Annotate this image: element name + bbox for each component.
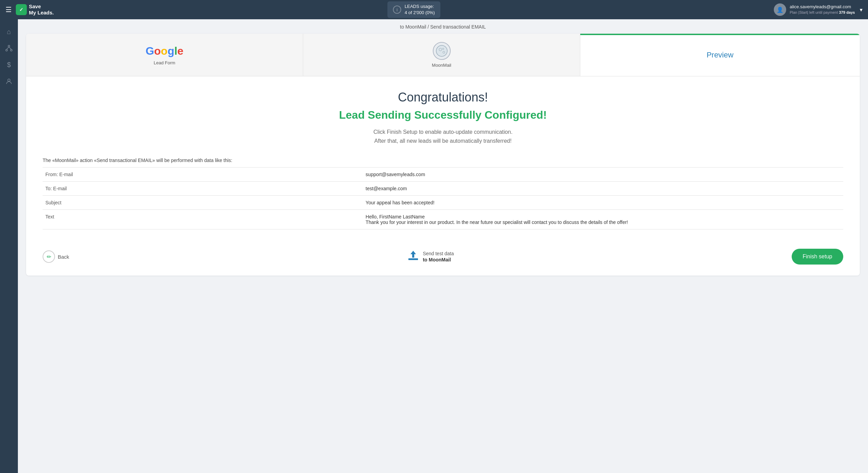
svg-point-5 (8, 79, 10, 82)
tab-preview[interactable]: Preview (580, 34, 860, 76)
leads-usage-text: LEADS usage: 4 of 2'000 (0%) (405, 3, 435, 16)
avatar: 👤 (774, 3, 786, 16)
send-test-label: Send test data to MoonMail (423, 250, 454, 263)
success-title: Lead Sending Successfully Configured! (43, 109, 843, 121)
plan-text: Plan |Start| left until payment 379 days (790, 10, 855, 15)
google-logo: Google (145, 45, 183, 57)
back-button[interactable]: ✏ Back (43, 250, 69, 263)
sidebar: ⌂ $ (0, 19, 18, 473)
hamburger-icon[interactable]: ☰ (6, 6, 12, 14)
congrats-title: Congratulations! (43, 90, 843, 105)
logo: ✓ Save My Leads. (16, 3, 54, 16)
tab-moonmail-label: MoonMail (432, 63, 451, 68)
chevron-down-icon: ▾ (860, 7, 862, 13)
send-test-button[interactable]: Send test data to MoonMail (407, 249, 454, 264)
table-row: From: E-mailsupport@savemyleads.com (43, 168, 843, 182)
wizard-card: Google Lead Form MoonMail Previ (26, 34, 860, 276)
content-area: Congratulations! Lead Sending Successful… (26, 76, 860, 276)
sidebar-item-home[interactable]: ⌂ (2, 25, 16, 39)
svg-rect-10 (408, 258, 418, 260)
logo-icon: ✓ (16, 4, 27, 15)
finish-setup-button[interactable]: Finish setup (792, 249, 843, 265)
actions-bar: ✏ Back Send test data to MoonMail (43, 243, 843, 265)
sidebar-item-connections[interactable] (2, 41, 16, 55)
svg-line-3 (7, 47, 9, 50)
preview-table: From: E-mailsupport@savemyleads.comTo: E… (43, 167, 843, 229)
table-field: Text (43, 210, 363, 229)
svg-line-4 (9, 47, 11, 50)
table-row: To: E-mailtest@example.com (43, 182, 843, 196)
table-value: support@savemyleads.com (363, 168, 843, 182)
table-row: SubjectYour appeal has been accepted! (43, 196, 843, 210)
tab-google[interactable]: Google Lead Form (26, 34, 303, 76)
table-value: Your appeal has been accepted! (363, 196, 843, 210)
table-field: To: E-mail (43, 182, 363, 196)
svg-point-2 (11, 50, 12, 51)
table-field: From: E-mail (43, 168, 363, 182)
table-field: Subject (43, 196, 363, 210)
user-info: alice.savemyleads@gmail.com Plan |Start|… (790, 4, 855, 15)
back-icon: ✏ (43, 250, 55, 263)
preview-label: Preview (706, 51, 733, 60)
info-icon: i (393, 6, 401, 14)
topbar: ☰ ✓ Save My Leads. i LEADS usage: 4 of 2… (0, 0, 868, 19)
wizard-tabs: Google Lead Form MoonMail Previ (26, 34, 860, 76)
success-subtitle: Click Finish Setup to enable auto-update… (43, 128, 843, 145)
back-label: Back (58, 254, 69, 260)
svg-point-6 (436, 45, 447, 56)
tab-google-label: Lead Form (154, 60, 175, 65)
user-menu[interactable]: 👤 alice.savemyleads@gmail.com Plan |Star… (774, 3, 862, 16)
table-row: TextHello, FirstName LastName Thank you … (43, 210, 843, 229)
moonmail-logo (433, 42, 451, 60)
svg-marker-12 (410, 251, 416, 254)
breadcrumb: to MoonMail / Send transactional EMAIL (18, 19, 868, 30)
logo-text: Save My Leads. (29, 3, 54, 16)
leads-usage-badge: i LEADS usage: 4 of 2'000 (0%) (387, 1, 440, 18)
sidebar-item-account[interactable] (2, 74, 16, 88)
tab-moonmail[interactable]: MoonMail (303, 34, 580, 76)
svg-point-1 (6, 50, 8, 51)
table-value: Hello, FirstName LastName Thank you for … (363, 210, 843, 229)
preview-description: The «MoonMail» action «Send transactiona… (43, 158, 843, 163)
svg-point-0 (8, 45, 10, 47)
table-value: test@example.com (363, 182, 843, 196)
upload-icon (407, 249, 419, 264)
main-content: to MoonMail / Send transactional EMAIL G… (18, 19, 868, 473)
sidebar-item-billing[interactable]: $ (2, 58, 16, 72)
